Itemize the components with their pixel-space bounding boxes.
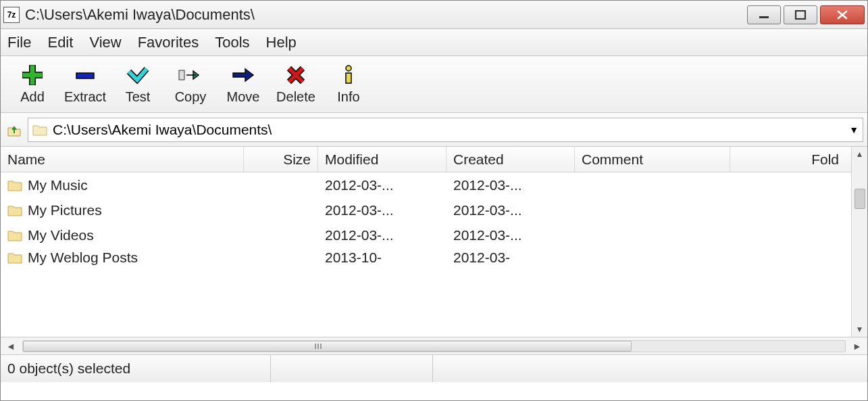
folder-icon	[32, 122, 47, 137]
svg-rect-3	[179, 70, 184, 80]
file-name: My Music	[28, 177, 88, 193]
scroll-left-icon[interactable]: ◄	[3, 341, 18, 352]
window-controls	[744, 5, 865, 24]
toolbar-label: Delete	[276, 89, 315, 105]
check-icon	[126, 64, 149, 87]
scroll-track[interactable]	[22, 340, 846, 352]
folder-icon	[7, 179, 22, 192]
arrow-right-icon	[230, 64, 256, 87]
column-header-size[interactable]: Size	[244, 147, 318, 172]
info-icon	[340, 64, 357, 87]
svg-rect-5	[346, 73, 351, 83]
file-modified: 2012-03-...	[318, 202, 446, 218]
scroll-thumb[interactable]	[854, 189, 865, 209]
file-rows: My Music 2012-03-... 2012-03-... My Pict…	[1, 172, 851, 337]
app-icon: 7z	[3, 7, 20, 23]
status-cell	[433, 355, 867, 382]
file-name: My Weblog Posts	[28, 250, 138, 266]
svg-rect-0	[759, 16, 769, 18]
menu-favorites[interactable]: Favorites	[138, 34, 199, 51]
file-name: My Pictures	[28, 202, 102, 218]
svg-rect-2	[76, 73, 94, 78]
toolbar-label: Extract	[64, 89, 106, 105]
file-created: 2012-03-	[446, 250, 575, 266]
menu-tools[interactable]: Tools	[215, 34, 249, 51]
file-modified: 2013-10-	[318, 250, 446, 266]
move-button[interactable]: Move	[217, 57, 270, 112]
up-button[interactable]	[5, 120, 24, 139]
column-header-comment[interactable]: Comment	[575, 147, 730, 172]
minus-icon	[74, 64, 97, 87]
toolbar-label: Test	[126, 89, 151, 105]
plus-icon	[22, 64, 43, 87]
add-button[interactable]: Add	[6, 57, 59, 112]
column-header-name[interactable]: Name	[1, 147, 244, 172]
maximize-icon	[794, 10, 807, 20]
toolbar-label: Move	[227, 89, 260, 105]
column-header-modified[interactable]: Modified	[318, 147, 446, 172]
window-title: C:\Users\Akemi Iwaya\Documents\	[25, 6, 744, 24]
column-header-folders[interactable]: Fold	[730, 147, 851, 172]
test-button[interactable]: Test	[111, 57, 164, 112]
address-input[interactable]: C:\Users\Akemi Iwaya\Documents\ ▼	[28, 118, 863, 142]
svg-rect-1	[796, 11, 805, 19]
menu-help[interactable]: Help	[266, 34, 297, 51]
dropdown-icon[interactable]: ▼	[849, 124, 859, 135]
list-item[interactable]: My Pictures 2012-03-... 2012-03-...	[1, 197, 851, 222]
file-created: 2012-03-...	[446, 227, 575, 243]
status-cell	[271, 355, 433, 382]
toolbar: Add Extract Test Copy Move Delete Info	[1, 56, 867, 113]
file-modified: 2012-03-...	[318, 227, 446, 243]
file-name: My Videos	[28, 227, 94, 243]
status-bar: 0 object(s) selected	[1, 355, 867, 382]
close-icon	[836, 10, 848, 20]
menu-file[interactable]: File	[7, 34, 31, 51]
folder-icon	[7, 229, 22, 242]
file-created: 2012-03-...	[446, 177, 575, 193]
vertical-scrollbar[interactable]: ▲ ▼	[851, 147, 867, 337]
extract-button[interactable]: Extract	[59, 57, 111, 112]
horizontal-scrollbar[interactable]: ◄ ►	[1, 337, 867, 355]
close-button[interactable]	[820, 5, 865, 24]
list-item[interactable]: My Weblog Posts 2013-10- 2012-03-	[1, 247, 851, 268]
scroll-thumb[interactable]	[23, 341, 632, 352]
menu-edit[interactable]: Edit	[47, 34, 73, 51]
column-header-row: Name Size Modified Created Comment Fold	[1, 147, 851, 172]
delete-button[interactable]: Delete	[270, 57, 322, 112]
copy-arrow-icon	[177, 64, 204, 87]
scroll-up-icon[interactable]: ▲	[852, 147, 867, 162]
file-created: 2012-03-...	[446, 202, 575, 218]
menu-bar: File Edit View Favorites Tools Help	[1, 29, 867, 56]
copy-button[interactable]: Copy	[164, 57, 217, 112]
address-bar: C:\Users\Akemi Iwaya\Documents\ ▼	[1, 113, 867, 147]
file-modified: 2012-03-...	[318, 177, 446, 193]
toolbar-label: Copy	[175, 89, 207, 105]
list-item[interactable]: My Videos 2012-03-... 2012-03-...	[1, 222, 851, 247]
status-selection: 0 object(s) selected	[1, 355, 271, 382]
scroll-right-icon[interactable]: ►	[850, 341, 865, 352]
column-header-created[interactable]: Created	[446, 147, 575, 172]
folder-icon	[7, 204, 22, 217]
info-button[interactable]: Info	[322, 57, 375, 112]
list-item[interactable]: My Music 2012-03-... 2012-03-...	[1, 172, 851, 197]
x-icon	[286, 64, 306, 87]
toolbar-label: Add	[20, 89, 45, 105]
menu-view[interactable]: View	[89, 34, 121, 51]
up-folder-icon	[7, 122, 22, 137]
minimize-icon	[758, 11, 770, 19]
folder-icon	[7, 251, 22, 264]
scroll-down-icon[interactable]: ▼	[852, 322, 867, 337]
address-path: C:\Users\Akemi Iwaya\Documents\	[53, 122, 272, 138]
svg-point-4	[346, 66, 351, 71]
title-bar: 7z C:\Users\Akemi Iwaya\Documents\	[1, 1, 867, 29]
maximize-button[interactable]	[784, 5, 817, 24]
minimize-button[interactable]	[747, 5, 781, 24]
file-list: Name Size Modified Created Comment Fold …	[1, 147, 867, 337]
toolbar-label: Info	[337, 89, 359, 105]
